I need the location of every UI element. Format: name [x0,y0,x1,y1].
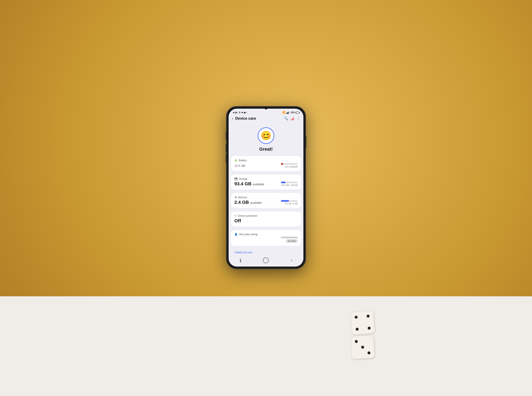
memory-card-label: Memory [238,196,247,199]
storage-progress-fill [281,182,286,183]
battery-icon [296,111,299,114]
storage-card[interactable]: 💾 Storage 93.4 GB available 34. [231,175,301,189]
storage-card-right: 34.6 GB / 128 GB [281,182,298,186]
memory-card-right: 2.8 GB / 6 GB [281,200,298,205]
status-emoji: 😊 [261,131,271,140]
app-header: ‹ Device care 🔍 ⋮ [228,115,304,122]
back-nav-button[interactable]: ‹ [291,258,292,263]
storage-card-icon: 💾 [234,177,238,180]
status-sd: ▣ [244,111,246,114]
status-bar: 4:09 G ⇄ ▣ • 📶 12% [228,109,304,115]
ultra-data-saving-header: 👤 Ultra data saving [234,233,298,236]
camera-notch [264,107,268,110]
recent-apps-button[interactable]: ||| [240,258,241,263]
storage-progress-bar [281,182,298,183]
memory-value: 2.4 GB available [234,200,262,205]
table-surface [0,296,532,396]
back-button[interactable]: ‹ [232,116,233,121]
memory-card-header: 🖥 Memory [234,196,298,199]
divider-4 [231,228,301,228]
device-protection-card-body: Off [234,218,298,224]
memory-progress-fill [281,200,289,202]
storage-sub-label: 34.6 GB / 128 GB [281,184,298,186]
status-wifi-transfer: ⇄ [241,111,243,114]
additional-care-section[interactable]: Additional care [228,247,304,255]
device-protection-value: Off [234,218,241,224]
no-sim-badge: No SIM [286,239,298,243]
divider-2 [231,191,301,191]
app-content: 😊 Great! 🔋 Battery 12 h left [228,122,304,255]
battery-card-header: 🔋 Battery [234,159,298,162]
battery-card-icon: 🔋 [234,159,238,162]
home-button[interactable] [263,257,269,263]
battery-progress-fill [281,163,283,165]
battery-card[interactable]: 🔋 Battery 12 h left 12% availab [231,156,301,171]
status-label: Great! [259,146,273,152]
battery-percent: 12% [291,111,295,114]
wifi-icon: 📶 [282,111,285,114]
battery-sub-label: 12% available [285,166,298,168]
device-protection-icon: 🛡 [234,214,237,217]
additional-care-label: Additional care [234,251,252,254]
app-title: Device care [235,116,284,121]
memory-card[interactable]: 🖥 Memory 2.4 GB available 2.8 G [231,193,301,208]
battery-card-label: Battery [239,159,247,162]
memory-progress-bar [281,200,298,202]
die-bottom [351,335,375,359]
status-hero-section: 😊 Great! [228,122,304,156]
storage-card-body: 93.4 GB available 34.6 GB / 128 GB [234,181,298,186]
more-options-icon[interactable]: ⋮ [297,116,300,121]
battery-card-right: 12% available [281,163,298,168]
device-protection-label: Device protection [238,214,257,217]
status-dot: • [246,111,247,114]
device-protection-card[interactable]: 🛡 Device protection Off [231,211,301,227]
battery-value: 12 h left [234,163,245,168]
ultra-data-saving-icon: 👤 [234,233,238,236]
storage-card-label: Storage [239,177,247,180]
bottom-nav: ||| ‹ [228,255,304,267]
search-icon[interactable]: 🔍 [284,116,288,121]
storage-card-header: 💾 Storage [234,177,298,180]
device-protection-card-header: 🛡 Device protection [234,214,298,217]
battery-progress-bar [281,163,298,165]
status-time: 4:09 [233,111,237,114]
status-network: G [239,111,240,114]
status-emoji-circle: 😊 [258,127,274,144]
ultra-data-progress-bar [281,237,298,238]
status-bar-left: 4:09 G ⇄ ▣ • [233,111,247,114]
ultra-data-saving-label: Ultra data saving [239,233,257,236]
phone-shell: 4:09 G ⇄ ▣ • 📶 12% [227,107,305,269]
memory-sub-label: 2.8 GB / 6 GB [285,203,298,205]
bar-chart-icon[interactable] [291,117,294,120]
ultra-data-saving-card[interactable]: 👤 Ultra data saving No SIM [231,230,301,246]
die-top [350,310,375,335]
divider-1 [231,173,301,173]
memory-card-icon: 🖥 [234,196,237,199]
memory-card-body: 2.4 GB available 2.8 GB / 6 GB [234,200,298,205]
status-bar-right: 📶 12% [282,111,299,114]
battery-card-body: 12 h left 12% available [234,163,298,168]
phone-screen: 4:09 G ⇄ ▣ • 📶 12% [228,109,304,267]
storage-value: 93.4 GB available [234,181,264,186]
header-icons: 🔍 ⋮ [284,116,300,121]
ultra-data-saving-body: No SIM [234,237,298,243]
dice-container [351,311,374,359]
signal-bars [286,111,289,114]
